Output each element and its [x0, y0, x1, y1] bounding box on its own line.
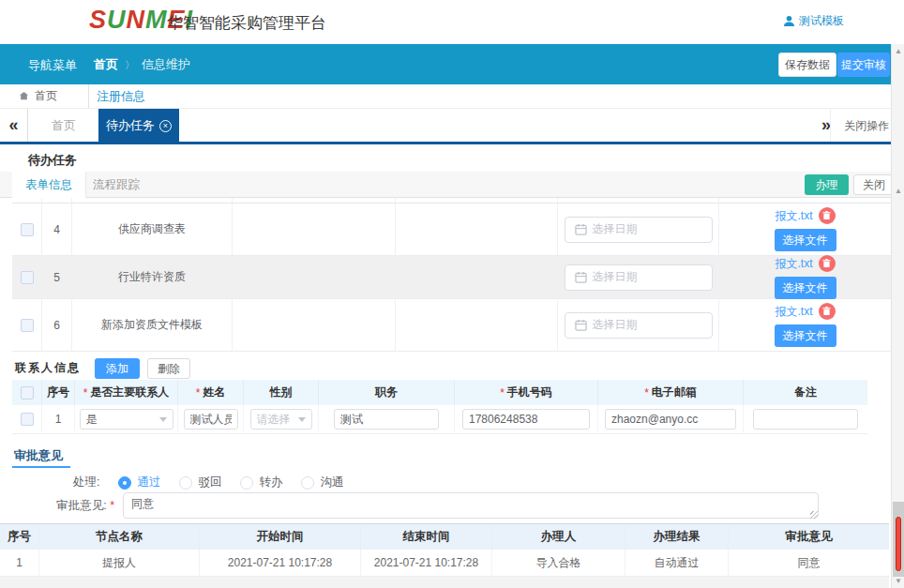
gender-select[interactable]: 请选择	[250, 409, 312, 430]
radio-communicate[interactable]: 沟通	[301, 475, 343, 490]
tab-home[interactable]: 首页	[29, 109, 98, 143]
platform-title: 华智智能采购管理平台	[167, 12, 326, 34]
logo-letter: M	[145, 6, 168, 34]
close-button[interactable]: 关闭	[853, 174, 895, 195]
row-number: 5	[42, 256, 72, 299]
add-contact-button[interactable]: 添加	[95, 358, 140, 379]
phone-input[interactable]	[462, 409, 590, 430]
textarea-resize-handle[interactable]	[810, 511, 818, 519]
home-icon	[19, 91, 29, 101]
register-info-tab[interactable]: 注册信息	[97, 88, 145, 105]
col-phone: *手机号码	[455, 380, 598, 405]
select-all-checkbox[interactable]	[21, 386, 34, 400]
main-navbar: 导航菜单 首页 信息维护 保存数据 提交审核	[0, 44, 904, 84]
scroll-down-icon[interactable]: ▼	[892, 577, 904, 585]
user-menu[interactable]: 测试模板	[783, 13, 844, 29]
file-template-name: 供应商调查表	[72, 204, 233, 256]
expiry-date-input[interactable]: 选择日期	[565, 264, 713, 291]
tabs-collapse-icon[interactable]	[0, 109, 28, 143]
contact-row: 1 是 请选择	[12, 405, 867, 434]
primary-contact-select[interactable]: 是	[80, 409, 173, 430]
col-duty: 职务	[319, 380, 455, 405]
contacts-title: 联系人信息	[12, 360, 87, 376]
row-checkbox[interactable]	[21, 413, 34, 426]
required-icon: *	[644, 386, 649, 400]
date-placeholder: 选择日期	[593, 221, 638, 237]
sidebar-home-label: 首页	[35, 88, 57, 104]
tab-form-info[interactable]: 表单信息	[12, 172, 86, 198]
contacts-table-header: 序号 *是否主要联系人 *姓名 性别 职务 *手机号码 *电子邮箱 备注	[12, 380, 867, 405]
primary-contact-value: 是	[86, 412, 98, 428]
scrollbar-thumb-inner[interactable]	[896, 517, 901, 571]
tab-pending-tasks[interactable]: 待办任务	[98, 109, 179, 143]
row-checkbox[interactable]	[21, 271, 34, 284]
nav-menu-button[interactable]: 导航菜单	[28, 57, 77, 74]
radio-selected-icon	[118, 476, 131, 490]
col-no: 序号	[42, 380, 75, 405]
contacts-section: 联系人信息 添加 删除 序号 *是否主要联系人 *姓名 性别 职务 *手机号码 …	[12, 356, 867, 434]
scroll-up-inner-icon[interactable]: ▲	[892, 187, 904, 195]
panel-heading: 待办任务	[0, 144, 904, 172]
delete-contact-button[interactable]: 删除	[147, 358, 190, 379]
app-window: SUNMEI 华智智能采购管理平台 测试模板 导航菜单 首页 信息维护 保存数据…	[0, 0, 904, 588]
submit-review-button[interactable]: 提交审核	[837, 53, 890, 77]
handle-button[interactable]: 办理	[805, 174, 849, 195]
contact-name-input[interactable]	[184, 409, 238, 430]
scroll-up-icon[interactable]: ▲	[892, 47, 904, 55]
email-input[interactable]	[605, 409, 736, 430]
user-name: 测试模板	[799, 13, 844, 29]
approval-title-underline	[12, 466, 70, 468]
table-row: 5 行业特许资质 选择日期 报文.txt 选择文件	[12, 256, 891, 299]
approval-comment-label: 审批意见: *	[12, 498, 117, 514]
duty-input[interactable]	[334, 409, 439, 430]
expiry-date-input[interactable]: 选择日期	[565, 312, 713, 339]
sidebar-item-home[interactable]: 首页	[0, 84, 89, 108]
sub-strip: 首页 注册信息	[0, 84, 904, 108]
close-operations-dropdown[interactable]: 关闭操作	[830, 109, 896, 143]
choose-file-button[interactable]: 选择文件	[775, 277, 836, 299]
vertical-scrollbar[interactable]: ▲ ▲ ▼	[891, 44, 904, 588]
tab-flow-track[interactable]: 流程跟踪	[80, 172, 153, 198]
breadcrumb-separator-icon	[125, 57, 135, 72]
delete-file-icon[interactable]	[819, 303, 836, 320]
expiry-date-input[interactable]: 选择日期	[565, 217, 713, 243]
radio-icon	[240, 476, 253, 490]
save-data-button[interactable]: 保存数据	[778, 53, 836, 77]
radio-reject[interactable]: 驳回	[179, 475, 221, 490]
chevron-down-icon	[298, 417, 306, 422]
breadcrumb-home[interactable]: 首页	[94, 56, 118, 73]
gender-placeholder: 请选择	[257, 412, 291, 428]
radio-approve[interactable]: 通过	[118, 475, 160, 490]
required-icon: *	[196, 386, 201, 400]
chevron-down-icon	[159, 417, 167, 422]
top-header: SUNMEI 华智智能采购管理平台 测试模板	[0, 0, 904, 44]
delete-file-icon[interactable]	[819, 255, 836, 272]
approval-title: 审批意见	[14, 447, 63, 464]
calendar-icon	[575, 271, 587, 283]
row-checkbox[interactable]	[21, 319, 34, 332]
approval-history-table: 序号 节点名称 开始时间 结束时间 办理人 办理结果 审批意见 1 提报人 20…	[0, 523, 889, 577]
choose-file-button[interactable]: 选择文件	[775, 229, 836, 251]
radio-icon	[301, 476, 314, 490]
row-checkbox[interactable]	[21, 223, 34, 236]
breadcrumb-current: 信息维护	[142, 56, 190, 73]
choose-file-button[interactable]: 选择文件	[775, 324, 836, 347]
delete-file-icon[interactable]	[819, 207, 836, 224]
logo-letter: U	[107, 6, 127, 34]
user-icon	[783, 15, 795, 27]
date-placeholder: 选择日期	[593, 269, 638, 285]
approval-section: 审批意见 处理: 通过 驳回 转办 沟通 审批意见: *	[12, 436, 889, 523]
row-number: 6	[42, 299, 72, 352]
remark-input[interactable]	[753, 409, 858, 430]
tab-close-icon[interactable]	[159, 120, 172, 132]
radio-transfer[interactable]: 转办	[240, 475, 282, 490]
contact-no: 1	[42, 405, 75, 434]
breadcrumb: 首页 信息维护	[94, 56, 190, 73]
approval-comment-textarea[interactable]: 同意	[123, 492, 819, 519]
required-icon: *	[500, 386, 505, 400]
form-tab-strip: 表单信息 流程跟踪 办理 关闭	[0, 172, 904, 198]
uploaded-file-link[interactable]: 报文.txt	[775, 304, 812, 320]
uploaded-file-link[interactable]: 报文.txt	[775, 208, 812, 224]
uploaded-file-link[interactable]: 报文.txt	[775, 256, 812, 272]
document-tabbar: 首页 待办任务 关闭操作	[0, 108, 904, 142]
